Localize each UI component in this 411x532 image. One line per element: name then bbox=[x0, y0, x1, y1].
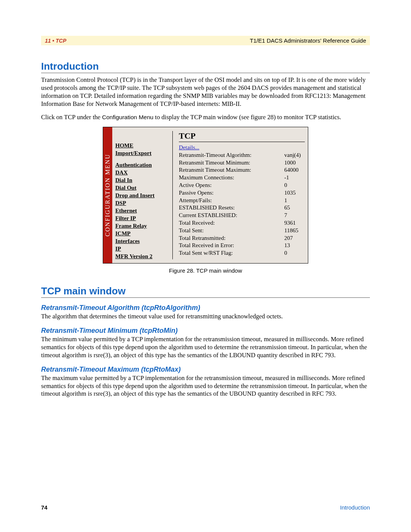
tcp-stat-value: 0 bbox=[284, 249, 305, 257]
tcp-stat-row: Maximum Connections:-1 bbox=[179, 174, 305, 182]
doc-title: T1/E1 DACS Administrators' Reference Gui… bbox=[250, 37, 366, 44]
tcp-stat-label: Total Received in Error: bbox=[179, 242, 234, 249]
tcp-stat-value: 13 bbox=[284, 242, 305, 249]
tcp-stat-row: Attempt/Fails:1 bbox=[179, 197, 305, 204]
tcp-stat-row: Total Sent:11865 bbox=[179, 227, 305, 235]
subsection-body: The algorithm that determines the timeou… bbox=[41, 313, 370, 321]
tcp-stat-label: Maximum Connections: bbox=[179, 174, 234, 182]
chapter-label: 11 • TCP bbox=[45, 38, 66, 44]
menu-item[interactable]: Frame Relay bbox=[115, 223, 147, 229]
tcp-panel: TCP Details... Retransmit-Timeout Algori… bbox=[173, 127, 308, 263]
tcp-stat-row: ESTABLISHED Resets:65 bbox=[179, 204, 305, 212]
tcp-panel-rule bbox=[179, 142, 305, 142]
page-number: 74 bbox=[41, 504, 48, 511]
menu-item[interactable]: Interfaces bbox=[115, 238, 140, 244]
menu-item[interactable]: MFR Version 2 bbox=[115, 253, 153, 259]
tcp-stat-row: Total Received in Error:13 bbox=[179, 242, 305, 249]
tcp-screenshot: CONFIGURATION MENU HOMEImport/ExportAuth… bbox=[103, 127, 308, 264]
tcp-stat-label: Total Sent w/RST Flag: bbox=[179, 249, 233, 257]
figure-28: CONFIGURATION MENU HOMEImport/ExportAuth… bbox=[41, 127, 370, 274]
intro-paragraph-1: Transmission Control Protocol (TCP) is i… bbox=[41, 76, 370, 108]
tcp-stat-value: -1 bbox=[284, 174, 305, 182]
subsection-heading: Retransmit-Timeout Algorithm (tcpRtoAlgo… bbox=[41, 304, 370, 312]
tcp-stat-value: 65 bbox=[284, 204, 305, 212]
intro-p2-b: to display the TCP main window (see figu… bbox=[153, 113, 341, 121]
tcp-stat-value: 207 bbox=[284, 235, 305, 242]
tcp-stat-value: 9361 bbox=[284, 219, 305, 227]
configuration-menu-list: HOMEImport/ExportAuthenticationDAXDial I… bbox=[112, 127, 172, 263]
subsection-heading: Retransmit-Timeout Maximum (tcpRtoMax) bbox=[41, 366, 370, 374]
subsection-heading: Retransmit-Timeout Minimum (tcpRtoMin) bbox=[41, 327, 370, 335]
tcp-stat-row: Total Sent w/RST Flag:0 bbox=[179, 249, 305, 257]
tcp-stat-label: Current ESTABLISHED: bbox=[179, 212, 237, 219]
menu-item[interactable]: Dial Out bbox=[115, 185, 136, 191]
heading-rule-2 bbox=[41, 297, 370, 298]
page-header: 11 • TCP T1/E1 DACS Administrators' Refe… bbox=[41, 36, 370, 45]
tcp-stat-label: Total Retransmitted: bbox=[179, 235, 226, 242]
menu-item[interactable]: Authentication bbox=[115, 162, 152, 168]
tcp-stat-value: 1 bbox=[284, 197, 305, 204]
tcp-panel-title: TCP bbox=[179, 131, 305, 141]
menu-item[interactable]: Import/Export bbox=[115, 150, 151, 156]
page-footer: 74 Introduction bbox=[41, 504, 370, 511]
details-link[interactable]: Details... bbox=[179, 144, 199, 151]
intro-paragraph-2: Click on TCP under the Configuration Men… bbox=[41, 113, 370, 121]
tcp-stat-row: Total Received:9361 bbox=[179, 219, 305, 227]
heading-rule bbox=[41, 73, 370, 73]
tcp-stat-row: Retransmit Timeout Minimum:1000 bbox=[179, 159, 305, 167]
tcp-stat-row: Total Retransmitted:207 bbox=[179, 235, 305, 242]
subsection-body: The maximum value permitted by a TCP imp… bbox=[41, 374, 370, 398]
tcp-stat-value: 64000 bbox=[284, 166, 305, 174]
tcp-stat-label: Total Received: bbox=[179, 219, 215, 227]
footer-link[interactable]: Introduction bbox=[340, 504, 370, 511]
configuration-menu-label: CONFIGURATION MENU bbox=[104, 154, 111, 236]
heading-tcp-main-window: TCP main window bbox=[41, 285, 370, 297]
menu-item[interactable]: Filter IP bbox=[115, 215, 136, 221]
tcp-stat-label: ESTABLISHED Resets: bbox=[179, 204, 235, 212]
tcp-stat-row: Retransmit-Timeout Algorithm:vanj(4) bbox=[179, 152, 305, 159]
menu-item[interactable]: ICMP bbox=[115, 230, 131, 236]
tcp-stat-value: 1035 bbox=[284, 189, 305, 197]
menu-item[interactable]: IP bbox=[115, 246, 121, 252]
tcp-stat-value: 1000 bbox=[284, 159, 305, 167]
tcp-stat-value: vanj(4) bbox=[284, 152, 305, 159]
menu-item[interactable]: DSP bbox=[115, 200, 126, 206]
tcp-stats-list: Retransmit-Timeout Algorithm:vanj(4)Retr… bbox=[179, 152, 305, 257]
tcp-stat-label: Passive Opens: bbox=[179, 189, 213, 197]
tcp-stat-label: Attempt/Fails: bbox=[179, 197, 212, 204]
tcp-stat-row: Retransmit Timeout Maximum:64000 bbox=[179, 166, 305, 174]
menu-item[interactable]: Ethernet bbox=[115, 208, 137, 214]
configuration-menu-bar: CONFIGURATION MENU bbox=[103, 127, 112, 263]
tcp-stat-label: Retransmit Timeout Minimum: bbox=[179, 159, 250, 167]
configuration-menu-text: Configuration Menu bbox=[102, 114, 153, 120]
menu-item[interactable]: DAX bbox=[115, 169, 128, 176]
subsection-body: The minimum value permitted by a TCP imp… bbox=[41, 335, 370, 359]
menu-item[interactable]: Drop and Insert bbox=[115, 192, 155, 198]
heading-introduction: Introduction bbox=[41, 61, 370, 72]
tcp-stat-row: Passive Opens:1035 bbox=[179, 189, 305, 197]
intro-p2-a: Click on TCP under the bbox=[41, 113, 102, 121]
tcp-stat-row: Current ESTABLISHED:7 bbox=[179, 212, 305, 219]
tcp-stat-label: Retransmit-Timeout Algorithm: bbox=[179, 152, 252, 159]
tcp-stat-value: 0 bbox=[284, 182, 305, 189]
tcp-stat-row: Active Opens:0 bbox=[179, 182, 305, 189]
tcp-stat-value: 11865 bbox=[284, 227, 305, 235]
tcp-stat-value: 7 bbox=[284, 212, 305, 219]
tcp-stat-label: Retransmit Timeout Maximum: bbox=[179, 166, 251, 174]
tcp-stat-label: Total Sent: bbox=[179, 227, 204, 235]
menu-item[interactable]: HOME bbox=[115, 142, 134, 149]
figure-caption: Figure 28. TCP main window bbox=[169, 267, 242, 274]
tcp-stat-label: Active Opens: bbox=[179, 182, 212, 189]
menu-item[interactable]: Dial In bbox=[115, 177, 132, 183]
